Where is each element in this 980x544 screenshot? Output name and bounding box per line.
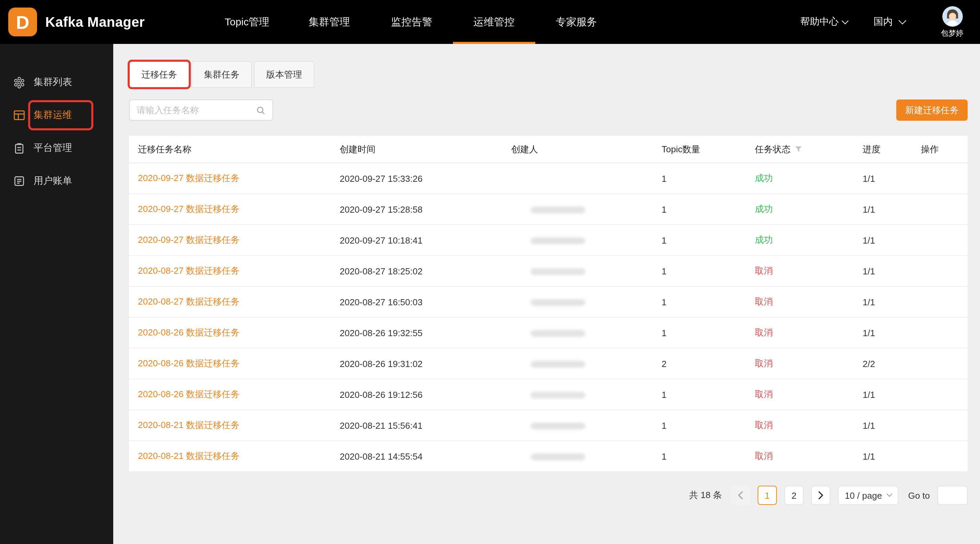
task-status: 成功 bbox=[755, 234, 863, 246]
topic-count: 1 bbox=[662, 328, 755, 338]
page-buttons: 12 bbox=[758, 486, 803, 505]
nav-item-label: Topic管理 bbox=[225, 16, 269, 29]
search-icon[interactable] bbox=[256, 105, 266, 115]
task-status: 取消 bbox=[755, 419, 863, 431]
goto-page-input[interactable] bbox=[937, 486, 968, 505]
tab-label: 迁移任务 bbox=[142, 68, 177, 81]
new-migration-task-button[interactable]: 新建迁移任务 bbox=[896, 100, 968, 121]
column-label: 操作 bbox=[921, 143, 939, 155]
task-name-link[interactable]: 2020-09-27 数据迁移任务 bbox=[138, 173, 240, 183]
table-column-header: 进度 bbox=[863, 143, 921, 155]
topic-count: 1 bbox=[662, 420, 755, 430]
creator-cell bbox=[511, 420, 662, 430]
migration-task-table: 迁移任务名称 创建时间 创建人 bbox=[129, 136, 968, 472]
task-status: 取消 bbox=[755, 327, 863, 339]
nav-item[interactable]: 集群管理 bbox=[288, 0, 371, 44]
sidebar-item[interactable]: 平台管理 bbox=[0, 132, 113, 165]
table-row: 2020-09-27 数据迁移任务 2020-09-27 10:18:41 1 … bbox=[129, 225, 968, 256]
column-label: 创建时间 bbox=[340, 143, 375, 155]
topic-count: 1 bbox=[662, 389, 755, 400]
creator-cell bbox=[511, 297, 662, 307]
table-header-row: 迁移任务名称 创建时间 创建人 bbox=[129, 136, 968, 163]
header-right: 帮助中心 国内 包梦婷 bbox=[800, 0, 980, 44]
task-progress: 1/1 bbox=[863, 451, 921, 462]
total-count: 共 18 条 bbox=[689, 489, 722, 501]
prev-page-button[interactable] bbox=[731, 486, 750, 505]
creator-cell bbox=[511, 235, 662, 245]
created-time: 2020-09-27 10:18:41 bbox=[340, 235, 511, 245]
sidebar-item-label: 集群运维 bbox=[33, 109, 72, 121]
creator-redacted-blur bbox=[530, 299, 585, 306]
tab[interactable]: 版本管理 bbox=[254, 61, 314, 88]
task-name-link[interactable]: 2020-08-27 数据迁移任务 bbox=[138, 297, 240, 307]
column-label: 进度 bbox=[863, 143, 880, 155]
task-progress: 1/1 bbox=[863, 235, 921, 245]
task-name-link[interactable]: 2020-08-26 数据迁移任务 bbox=[138, 358, 240, 368]
topic-count: 1 bbox=[662, 451, 755, 462]
help-center-label: 帮助中心 bbox=[800, 16, 838, 28]
page-size-select[interactable]: 10 / page bbox=[838, 486, 898, 505]
user-menu[interactable]: 包梦婷 bbox=[941, 6, 964, 38]
chevron-right-icon bbox=[818, 491, 824, 500]
svg-text:D: D bbox=[16, 12, 30, 33]
created-time: 2020-08-26 19:31:02 bbox=[340, 358, 511, 369]
task-name-link[interactable]: 2020-08-26 数据迁移任务 bbox=[138, 389, 240, 399]
filter-icon[interactable] bbox=[795, 146, 802, 153]
region-select[interactable]: 国内 bbox=[873, 16, 905, 28]
task-name-link[interactable]: 2020-08-21 数据迁移任务 bbox=[138, 451, 240, 461]
topic-count: 1 bbox=[662, 235, 755, 245]
task-name-link[interactable]: 2020-08-27 数据迁移任务 bbox=[138, 265, 240, 276]
sidebar-item[interactable]: 集群列表 bbox=[0, 66, 113, 99]
column-label: 任务状态 bbox=[755, 143, 791, 155]
task-status: 成功 bbox=[755, 172, 863, 184]
table-column-header: 创建人 bbox=[511, 143, 662, 155]
task-progress: 1/1 bbox=[863, 420, 921, 430]
app-header: D Kafka Manager Topic管理 集群管理 监控告警 运维管控 专… bbox=[0, 0, 980, 44]
tab-bar: 迁移任务 集群任务 版本管理 bbox=[129, 61, 968, 88]
help-center-menu[interactable]: 帮助中心 bbox=[800, 16, 848, 28]
page-number-button[interactable]: 1 bbox=[758, 486, 777, 505]
creator-redacted-blur bbox=[530, 392, 585, 398]
next-page-button[interactable] bbox=[811, 486, 830, 505]
created-time: 2020-08-21 15:56:41 bbox=[340, 420, 511, 430]
cluster-ops-icon bbox=[13, 109, 25, 121]
task-name-link[interactable]: 2020-08-26 数据迁移任务 bbox=[138, 327, 240, 338]
sidebar-item[interactable]: 集群运维 bbox=[0, 99, 113, 132]
pagination: 共 18 条 12 10 / page Go to bbox=[129, 486, 968, 519]
table-row: 2020-08-27 数据迁移任务 2020-08-27 16:50:03 1 … bbox=[129, 287, 968, 318]
nav-item[interactable]: Topic管理 bbox=[206, 0, 288, 44]
creator-cell bbox=[511, 389, 662, 400]
platform-manage-icon bbox=[13, 142, 25, 154]
table-row: 2020-09-27 数据迁移任务 2020-09-27 15:33:26 1 … bbox=[129, 163, 968, 194]
app-logo: D bbox=[8, 7, 38, 37]
creator-cell bbox=[511, 358, 662, 369]
page-number-button[interactable]: 2 bbox=[784, 486, 803, 505]
creator-redacted-blur bbox=[530, 330, 585, 337]
task-progress: 2/2 bbox=[863, 358, 921, 369]
sidebar-item[interactable]: 用户账单 bbox=[0, 165, 113, 198]
table-column-header: 操作 bbox=[921, 143, 968, 155]
creator-cell bbox=[511, 266, 662, 276]
task-progress: 1/1 bbox=[863, 204, 921, 214]
task-status: 取消 bbox=[755, 296, 863, 308]
table-column-header: 任务状态 bbox=[755, 143, 863, 155]
tab[interactable]: 集群任务 bbox=[191, 61, 252, 88]
task-name-link[interactable]: 2020-09-27 数据迁移任务 bbox=[138, 204, 240, 214]
nav-item[interactable]: 运维管控 bbox=[453, 0, 535, 44]
nav-item[interactable]: 专家服务 bbox=[535, 0, 618, 44]
brand-block[interactable]: D Kafka Manager bbox=[0, 0, 145, 44]
creator-cell bbox=[511, 204, 662, 214]
task-name-link[interactable]: 2020-09-27 数据迁移任务 bbox=[138, 235, 240, 245]
sidebar-item-label: 平台管理 bbox=[33, 142, 72, 154]
task-status: 取消 bbox=[755, 388, 863, 401]
tab[interactable]: 迁移任务 bbox=[129, 61, 189, 88]
creator-redacted-blur bbox=[530, 237, 585, 244]
main-content: 迁移任务 集群任务 版本管理 新建迁移任务 bbox=[113, 44, 980, 544]
table-body: 2020-09-27 数据迁移任务 2020-09-27 15:33:26 1 … bbox=[129, 163, 968, 472]
table-column-header: Topic数量 bbox=[662, 143, 755, 155]
nav-item[interactable]: 监控告警 bbox=[371, 0, 453, 44]
task-name-link[interactable]: 2020-08-21 数据迁移任务 bbox=[138, 420, 240, 430]
table-column-header: 迁移任务名称 bbox=[138, 143, 340, 155]
search-input[interactable] bbox=[137, 105, 256, 115]
topic-count: 1 bbox=[662, 204, 755, 214]
